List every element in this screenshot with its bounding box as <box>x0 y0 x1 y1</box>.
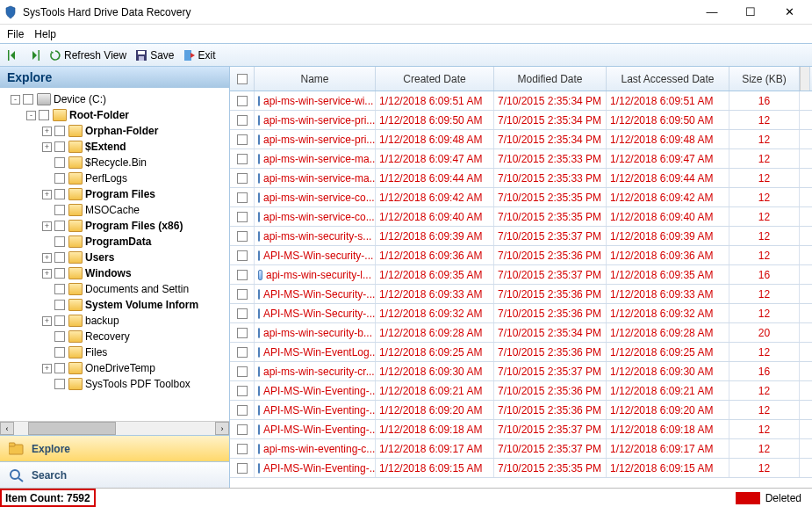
row-checkbox[interactable] <box>230 420 255 438</box>
nav-forward-button[interactable] <box>28 49 40 62</box>
tree-checkbox[interactable] <box>54 268 65 279</box>
tree-checkbox[interactable] <box>54 300 65 310</box>
expand-icon[interactable]: + <box>42 221 52 231</box>
table-row[interactable]: api-ms-win-security-s...1/12/2018 6:09:3… <box>230 227 812 246</box>
row-checkbox[interactable] <box>230 91 255 110</box>
row-checkbox[interactable] <box>230 401 255 419</box>
tree-checkbox[interactable] <box>54 173 65 184</box>
tree-checkbox[interactable] <box>54 157 65 168</box>
table-row[interactable]: api-ms-win-security-cr...1/12/2018 6:09:… <box>230 362 812 381</box>
expand-icon[interactable]: + <box>42 190 52 199</box>
tree-node[interactable]: Files <box>4 344 229 360</box>
maximize-button[interactable]: ☐ <box>731 0 770 25</box>
tree-checkbox[interactable] <box>39 110 49 120</box>
row-checkbox[interactable] <box>230 323 255 342</box>
table-row[interactable]: API-MS-Win-Eventing-...1/12/2018 6:09:15… <box>230 459 812 478</box>
tree-checkbox[interactable] <box>54 315 65 326</box>
tree-checkbox[interactable] <box>54 252 65 263</box>
tree-node[interactable]: ProgramData <box>4 234 229 250</box>
row-checkbox[interactable] <box>230 265 255 284</box>
tree-node[interactable]: +Orphan-Folder <box>4 123 229 139</box>
tree-checkbox[interactable] <box>23 94 33 105</box>
tree-checkbox[interactable] <box>54 347 65 358</box>
tree-checkbox[interactable] <box>54 205 65 215</box>
row-checkbox[interactable] <box>230 149 255 168</box>
tree-node[interactable]: -Device (C:) <box>4 91 229 107</box>
expand-icon[interactable]: + <box>42 142 52 152</box>
tree-node[interactable]: +$Extend <box>4 139 229 155</box>
save-button[interactable]: Save <box>135 49 174 62</box>
expand-icon[interactable]: + <box>42 253 52 263</box>
tree-node[interactable]: System Volume Inform <box>4 297 229 313</box>
table-row[interactable]: api-ms-win-service-ma...1/12/2018 6:09:4… <box>230 169 812 188</box>
table-row[interactable]: api-ms-win-service-co...1/12/2018 6:09:4… <box>230 188 812 207</box>
header-size[interactable]: Size (KB) <box>729 67 800 91</box>
grid-vertical-scrollbar[interactable] <box>800 67 810 91</box>
tree-horizontal-scrollbar[interactable]: ‹ › <box>0 421 229 435</box>
table-row[interactable]: api-ms-win-security-l...1/12/2018 6:09:3… <box>230 265 812 285</box>
close-button[interactable]: ✕ <box>770 0 808 25</box>
table-row[interactable]: API-MS-Win-Eventing-...1/12/2018 6:09:21… <box>230 381 812 401</box>
table-row[interactable]: api-ms-win-security-b...1/12/2018 6:09:2… <box>230 323 812 343</box>
menu-file[interactable]: File <box>7 28 24 40</box>
table-row[interactable]: API-MS-Win-Eventing-...1/12/2018 6:09:18… <box>230 420 812 439</box>
row-checkbox[interactable] <box>230 246 255 264</box>
tree-node[interactable]: +Program Files (x86) <box>4 218 229 234</box>
menu-help[interactable]: Help <box>34 28 56 40</box>
tree-node[interactable]: PerfLogs <box>4 170 229 186</box>
table-row[interactable]: api-ms-win-service-co...1/12/2018 6:09:4… <box>230 207 812 227</box>
collapse-icon[interactable]: - <box>11 95 20 105</box>
tree-node[interactable]: +backup <box>4 313 229 329</box>
tree-node[interactable]: Recovery <box>4 329 229 344</box>
expand-icon[interactable]: + <box>42 364 52 373</box>
header-checkbox[interactable] <box>230 67 255 91</box>
tree-node[interactable]: Documents and Settin <box>4 281 229 297</box>
tree-node[interactable]: +OneDriveTemp <box>4 360 229 376</box>
table-row[interactable]: api-ms-win-service-pri...1/12/2018 6:09:… <box>230 111 812 130</box>
tree-node[interactable]: $Recycle.Bin <box>4 155 229 170</box>
tree-checkbox[interactable] <box>54 141 65 152</box>
tree-node[interactable]: MSOCache <box>4 202 229 218</box>
scroll-left-icon[interactable]: ‹ <box>0 422 14 435</box>
grid-body[interactable]: api-ms-win-service-wi...1/12/2018 6:09:5… <box>230 91 812 488</box>
tree-node[interactable]: SysTools PDF Toolbox <box>4 376 229 392</box>
table-row[interactable]: api-ms-win-service-ma...1/12/2018 6:09:4… <box>230 149 812 169</box>
row-checkbox[interactable] <box>230 343 255 361</box>
minimize-button[interactable]: — <box>693 0 731 25</box>
header-name[interactable]: Name <box>255 67 376 91</box>
tree-checkbox[interactable] <box>54 126 65 136</box>
row-checkbox[interactable] <box>230 207 255 226</box>
header-modified[interactable]: Modified Date <box>494 67 607 91</box>
nav-back-button[interactable] <box>7 49 19 62</box>
tree-checkbox[interactable] <box>54 236 65 247</box>
scroll-right-icon[interactable]: › <box>215 422 229 435</box>
table-row[interactable]: api-ms-win-service-wi...1/12/2018 6:09:5… <box>230 91 812 111</box>
collapse-icon[interactable]: - <box>26 111 36 120</box>
row-checkbox[interactable] <box>230 130 255 148</box>
table-row[interactable]: API-MS-Win-EventLog...1/12/2018 6:09:25 … <box>230 343 812 362</box>
tab-search[interactable]: Search <box>0 461 229 488</box>
row-checkbox[interactable] <box>230 362 255 380</box>
tree-checkbox[interactable] <box>54 363 65 373</box>
refresh-view-button[interactable]: Refresh View <box>49 49 126 62</box>
row-checkbox[interactable] <box>230 188 255 206</box>
tree-checkbox[interactable] <box>54 189 65 199</box>
table-row[interactable]: api-ms-win-service-pri...1/12/2018 6:09:… <box>230 130 812 149</box>
row-checkbox[interactable] <box>230 459 255 477</box>
header-accessed[interactable]: Last Accessed Date <box>607 67 729 91</box>
table-row[interactable]: api-ms-win-eventing-c...1/12/2018 6:09:1… <box>230 439 812 459</box>
expand-icon[interactable]: + <box>42 127 52 136</box>
scrollbar-thumb[interactable] <box>28 422 116 435</box>
row-checkbox[interactable] <box>230 439 255 458</box>
exit-button[interactable]: Exit <box>183 49 216 62</box>
tree-checkbox[interactable] <box>54 221 65 231</box>
table-row[interactable]: API-MS-Win-Security-...1/12/2018 6:09:32… <box>230 304 812 323</box>
row-checkbox[interactable] <box>230 381 255 400</box>
expand-icon[interactable]: + <box>42 316 52 326</box>
folder-tree[interactable]: -Device (C:)-Root-Folder+Orphan-Folder+$… <box>0 88 229 421</box>
tree-node[interactable]: +Program Files <box>4 186 229 202</box>
table-row[interactable]: API-MS-Win-security-...1/12/2018 6:09:36… <box>230 246 812 265</box>
tab-explore[interactable]: Explore <box>0 435 229 461</box>
row-checkbox[interactable] <box>230 304 255 322</box>
row-checkbox[interactable] <box>230 227 255 245</box>
